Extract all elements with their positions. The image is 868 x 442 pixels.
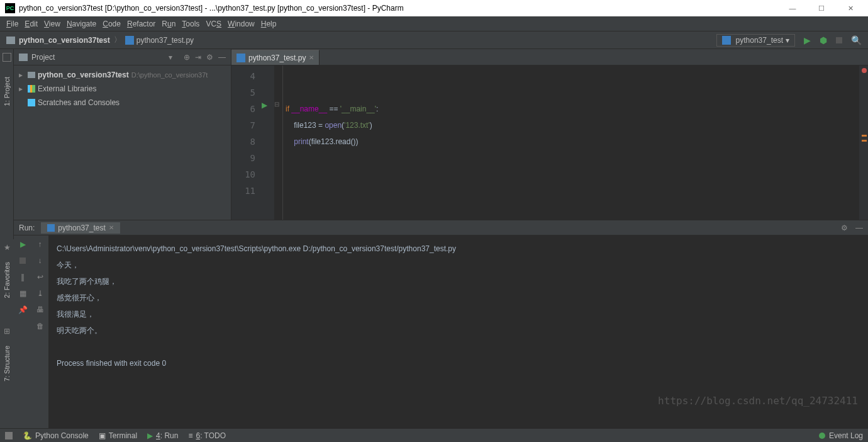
tree-root-path: D:\python_co_version37t <box>131 71 208 79</box>
chevron-right-icon[interactable]: ▸ <box>19 71 25 79</box>
debug-button[interactable]: ⬢ <box>820 35 827 45</box>
star-icon[interactable]: ★ <box>4 243 11 252</box>
console-line: Process finished with exit code 0 <box>57 355 860 371</box>
breadcrumb-file[interactable]: python37_test.py <box>136 36 194 45</box>
favorites-tool-tab[interactable]: 2: Favorites <box>2 258 12 302</box>
error-indicator[interactable] <box>862 68 867 73</box>
event-log[interactable]: Event Log <box>829 431 863 440</box>
status-indicator[interactable] <box>5 432 13 439</box>
python-console-tab[interactable]: 🐍Python Console <box>23 431 89 440</box>
python-file-icon <box>47 224 55 232</box>
fold-gutter: ⊟ <box>274 65 283 220</box>
menu-vcs[interactable]: VCS <box>206 20 221 28</box>
menu-navigate[interactable]: Navigate <box>67 20 96 28</box>
layout-button[interactable]: ▦ <box>18 288 28 298</box>
wrap-button[interactable]: ↩ <box>35 272 45 282</box>
error-strip[interactable] <box>859 65 868 220</box>
collapse-icon[interactable]: ⇥ <box>195 53 201 62</box>
folder-icon <box>19 54 28 61</box>
gear-icon[interactable]: ⚙ <box>206 53 213 62</box>
python-file-icon <box>125 36 134 45</box>
left-tool-gutter-2: ★ 2: Favorites ⊞ 7: Structure <box>0 239 14 428</box>
rerun-button[interactable]: ▶ <box>18 239 28 249</box>
search-icon[interactable]: 🔍 <box>851 35 862 45</box>
editor-tab-label: python37_test.py <box>248 54 306 62</box>
run-tab[interactable]: python37_test ✕ <box>41 222 120 234</box>
run-config-name: python37_test <box>736 36 783 45</box>
pycharm-icon: PC <box>5 3 15 13</box>
menu-refactor[interactable]: Refactor <box>127 20 155 28</box>
chevron-right-icon[interactable]: ▸ <box>19 84 25 93</box>
run-tab-label: python37_test <box>58 224 105 232</box>
line-number: 8 <box>231 133 262 150</box>
window-title: python_co_version37test [D:\python_co_ve… <box>19 4 780 13</box>
menu-code[interactable]: Code <box>103 20 121 28</box>
warning-mark[interactable] <box>862 140 867 142</box>
todo-tab[interactable]: ≡6: TODO <box>188 431 226 440</box>
tree-external-libs[interactable]: ▸ External Libraries <box>19 82 226 96</box>
run-line-icon[interactable]: ▶ <box>262 101 274 110</box>
code-content[interactable]: if __name__ == '__main__': file123 = ope… <box>283 65 868 220</box>
print-button[interactable]: 🖶 <box>35 305 45 315</box>
line-number: 11 <box>231 183 262 199</box>
breadcrumb-sep: 〉 <box>114 35 121 45</box>
editor-tab[interactable]: python37_test.py ✕ <box>231 50 320 65</box>
maximize-button[interactable]: ☐ <box>813 4 830 13</box>
tree-root[interactable]: ▸ python_co_version37test D:\python_co_v… <box>19 68 226 82</box>
run-tab[interactable]: ▶4: Run <box>147 431 178 440</box>
tree-item-label: Scratches and Consoles <box>38 98 120 107</box>
hide-icon[interactable]: — <box>855 224 863 232</box>
structure-icon[interactable]: ⊞ <box>4 327 10 336</box>
locate-icon[interactable]: ⊕ <box>184 53 190 62</box>
hide-icon[interactable]: — <box>218 53 226 62</box>
python-file-icon <box>236 54 245 62</box>
line-number: 7 <box>231 117 262 133</box>
warning-mark[interactable] <box>862 135 867 137</box>
up-button[interactable]: ↑ <box>35 239 45 249</box>
menu-tools[interactable]: Tools <box>182 20 199 28</box>
console-output[interactable]: C:\Users\Administrator\venv\python_co_ve… <box>49 235 868 428</box>
close-icon[interactable]: ✕ <box>109 224 114 231</box>
fold-icon[interactable]: ⊟ <box>274 101 282 108</box>
pause-button[interactable]: ‖ <box>18 272 28 282</box>
statusbar: 🐍Python Console ▣Terminal ▶4: Run ≡6: TO… <box>0 428 868 442</box>
menubar: File Edit View Navigate Code Refactor Ru… <box>0 16 868 31</box>
minimize-button[interactable]: — <box>784 4 801 13</box>
library-icon <box>28 85 35 93</box>
menu-file[interactable]: File <box>6 20 18 28</box>
event-badge <box>819 433 825 439</box>
line-number: 9 <box>231 150 262 166</box>
menu-edit[interactable]: Edit <box>25 20 38 28</box>
close-tab-icon[interactable]: ✕ <box>309 54 314 61</box>
tree-scratches[interactable]: Scratches and Consoles <box>19 96 226 110</box>
run-button[interactable]: ▶ <box>804 35 811 45</box>
code-area[interactable]: 4 5 6 7 8 9 10 11 ▶ ⊟ <box>231 65 868 220</box>
structure-icon[interactable] <box>3 53 11 62</box>
run-config-dropdown[interactable]: python37_test ▾ <box>716 34 795 47</box>
menu-run[interactable]: Run <box>162 20 175 28</box>
run-controls-col1: ▶ ‖ ▦ 📌 <box>14 235 31 428</box>
run-panel-header: Run: python37_test ✕ ⚙ — <box>14 220 868 235</box>
structure-tool-tab[interactable]: 7: Structure <box>2 342 12 385</box>
line-gutter: 4 5 6 7 8 9 10 11 <box>231 65 262 220</box>
menu-view[interactable]: View <box>44 20 60 28</box>
folder-icon <box>28 72 35 78</box>
breadcrumb-root[interactable]: python_co_version37test <box>19 36 110 45</box>
down-button[interactable]: ↓ <box>35 256 45 266</box>
trash-button[interactable]: 🗑 <box>35 321 45 331</box>
pin-button[interactable]: 📌 <box>18 305 28 315</box>
chevron-down-icon[interactable]: ▾ <box>169 53 172 62</box>
project-tool-tab[interactable]: 1: Project <box>2 73 12 110</box>
watermark: https://blog.csdn.net/qq_24732411 <box>658 393 858 409</box>
terminal-tab[interactable]: ▣Terminal <box>99 431 137 440</box>
menu-window[interactable]: Window <box>228 20 255 28</box>
project-panel: Project ▾ ⊕ ⇥ ⚙ — ▸ python_co_version37t… <box>14 49 231 220</box>
close-button[interactable]: ✕ <box>842 4 859 13</box>
gear-icon[interactable]: ⚙ <box>841 224 848 232</box>
console-line: 感觉很开心， <box>57 290 860 306</box>
stop-button[interactable] <box>18 256 28 266</box>
scroll-button[interactable]: ⤓ <box>35 288 45 298</box>
line-number: 10 <box>231 166 262 183</box>
menu-help[interactable]: Help <box>261 20 277 28</box>
stop-button[interactable] <box>836 37 842 43</box>
